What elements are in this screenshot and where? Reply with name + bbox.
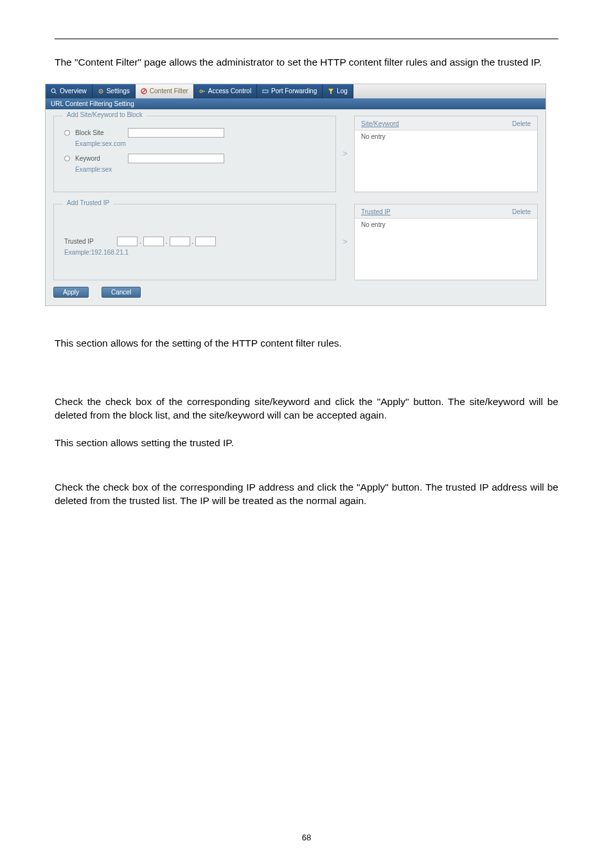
- gear-icon: [98, 88, 104, 95]
- button-row: Apply Cancel: [53, 280, 538, 298]
- list-body: No entry: [355, 218, 537, 280]
- block-site-hint: Example:sex.com: [75, 140, 325, 147]
- key-icon: [199, 88, 206, 95]
- svg-line-5: [142, 89, 145, 93]
- panel-body: Add Site/Keyword to Block Block Site Exa…: [46, 109, 546, 305]
- tab-label: Log: [337, 87, 348, 95]
- block-site-input[interactable]: [128, 128, 224, 138]
- trusted-ip-hint: Example:192.168.21.1: [64, 249, 325, 256]
- col-site-keyword[interactable]: Site/Keyword: [361, 120, 492, 127]
- block-site-row: Block Site: [64, 128, 325, 138]
- block-icon: [141, 88, 147, 95]
- magnifier-icon: [51, 88, 57, 95]
- apply-button[interactable]: Apply: [53, 287, 89, 298]
- ip-octet-3[interactable]: [170, 237, 190, 246]
- tab-bar: Overview Settings Content Filter Access …: [46, 84, 546, 98]
- site-keyword-list: Site/Keyword Delete No entry: [354, 116, 538, 192]
- svg-marker-9: [328, 89, 333, 94]
- col-delete[interactable]: Delete: [492, 208, 531, 215]
- tab-filler: [353, 84, 546, 98]
- tab-log[interactable]: Log: [323, 84, 353, 98]
- arrow-right-icon: >: [336, 204, 354, 280]
- ip-octet-2[interactable]: [143, 237, 164, 246]
- section-text-3: This section allows setting the trusted …: [55, 437, 558, 450]
- svg-point-3: [100, 91, 102, 92]
- tab-overview[interactable]: Overview: [46, 84, 93, 98]
- trusted-ip-list: Trusted IP Delete No entry: [354, 204, 538, 280]
- block-site-label: Block Site: [75, 129, 128, 136]
- ip-dot-icon: .: [139, 238, 142, 245]
- intro-paragraph: The "Content Filter" page allows the adm…: [55, 56, 558, 69]
- port-icon: [262, 88, 269, 95]
- funnel-icon: [328, 88, 334, 95]
- keyword-row: Keyword: [64, 154, 325, 163]
- list-header: Site/Keyword Delete: [355, 116, 537, 130]
- ip-dot-icon: .: [165, 238, 168, 245]
- section-text-1: This section allows for the setting of t…: [55, 337, 558, 350]
- svg-point-6: [200, 90, 202, 93]
- keyword-radio[interactable]: [64, 156, 70, 161]
- col-trusted-ip[interactable]: Trusted IP: [361, 208, 492, 215]
- section-text-4: Check the check box of the corresponding…: [55, 481, 558, 508]
- col-delete[interactable]: Delete: [492, 120, 531, 127]
- tab-content-filter[interactable]: Content Filter: [136, 84, 194, 98]
- trusted-ip-label: Trusted IP: [64, 238, 117, 245]
- tab-label: Overview: [60, 87, 87, 95]
- list-body: No entry: [355, 130, 537, 192]
- arrow-right-icon: >: [336, 116, 354, 192]
- tab-label: Port Forwarding: [271, 87, 317, 95]
- block-site-radio[interactable]: [64, 130, 70, 136]
- panel-subheader: URL Content Filtering Setting: [46, 98, 546, 109]
- keyword-hint: Example:sex: [75, 166, 325, 173]
- tab-settings[interactable]: Settings: [93, 84, 136, 98]
- screenshot-panel: Overview Settings Content Filter Access …: [45, 84, 546, 306]
- cancel-button[interactable]: Cancel: [102, 287, 141, 298]
- tab-label: Content Filter: [150, 87, 188, 95]
- tab-label: Settings: [107, 87, 130, 95]
- tab-port-forwarding[interactable]: Port Forwarding: [257, 84, 323, 98]
- section-text-2: Check the check box of the corresponding…: [55, 395, 558, 422]
- fieldset-legend: Add Site/Keyword to Block: [63, 111, 147, 118]
- svg-rect-8: [263, 90, 268, 93]
- tab-label: Access Control: [208, 87, 251, 95]
- list-header: Trusted IP Delete: [355, 204, 537, 218]
- svg-line-1: [55, 92, 57, 94]
- ip-octet-4[interactable]: [195, 237, 216, 246]
- keyword-input[interactable]: [128, 154, 224, 163]
- tab-access-control[interactable]: Access Control: [194, 84, 257, 98]
- page-number: 68: [0, 833, 613, 842]
- fieldset-legend: Add Trusted IP: [63, 199, 113, 206]
- ip-input-group: . . .: [117, 237, 216, 246]
- fieldset-add-site-keyword: Add Site/Keyword to Block Block Site Exa…: [53, 116, 336, 192]
- ip-octet-1[interactable]: [117, 237, 138, 246]
- trusted-ip-row: Trusted IP . . .: [64, 237, 325, 246]
- fieldset-add-trusted-ip: Add Trusted IP Trusted IP . . . Example:…: [53, 204, 336, 280]
- keyword-label: Keyword: [75, 155, 128, 162]
- ip-dot-icon: .: [191, 238, 195, 245]
